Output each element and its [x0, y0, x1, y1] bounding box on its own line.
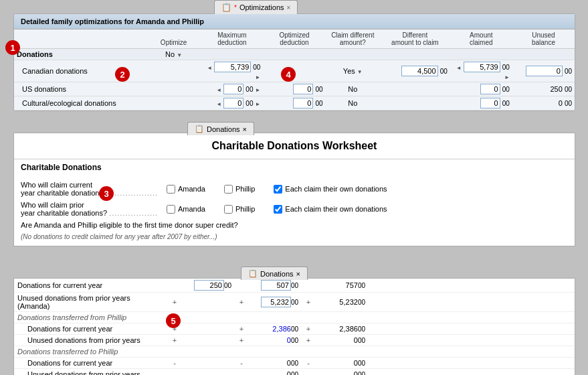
canadian-claim-diff-cell[interactable]: Yes ▼: [326, 60, 380, 82]
phillip-unused-col2-cents: 00: [291, 337, 298, 344]
op2-to-phillip-unused: [235, 369, 248, 376]
table-row: Cultural/ecological donations ◄ 00 ► 00 …: [14, 96, 575, 110]
donations-optimize-cell[interactable]: No ▼: [146, 49, 201, 60]
canadian-diff-input[interactable]: [401, 66, 438, 76]
donations-claim-cell: [326, 49, 380, 60]
cur-year-col1-cents: 00: [224, 282, 231, 289]
row-label-donations: Donations: [14, 49, 146, 60]
badge-2: 2: [115, 67, 130, 82]
unused-amanda-col2-input[interactable]: [261, 297, 291, 307]
canadian-claim-arrow[interactable]: ▼: [357, 69, 363, 75]
canadian-claimed-arrow-left[interactable]: ◄: [456, 65, 462, 71]
canadian-max-input[interactable]: [214, 62, 251, 72]
optimizations-tab-close[interactable]: ×: [287, 4, 291, 11]
amanda-checkbox-1[interactable]: [167, 185, 175, 194]
canadian-amount-claimed-cell[interactable]: ◄ 00 ►: [450, 60, 512, 82]
optimize-dropdown-arrow[interactable]: ▼: [177, 52, 182, 58]
donations-tab-label-1: Donations: [207, 125, 240, 133]
canadian-max-arrow-right[interactable]: ►: [256, 74, 261, 80]
q3-note: (No donations to credit claimed for any …: [21, 233, 217, 240]
phillip-cur-col3-cents: 00: [358, 325, 365, 333]
cultural-claimed-input[interactable]: [480, 98, 500, 108]
us-max-arrow-left[interactable]: ◄: [216, 87, 221, 93]
section-to-phillip: Donations transferred to Phillip: [14, 346, 168, 358]
cultural-max-arrow-right[interactable]: ►: [256, 101, 261, 107]
table-row: Donations for current year + + 2,38600 +…: [14, 323, 575, 335]
each-own-checkbox-2[interactable]: [274, 205, 282, 214]
us-amount-claimed-cell[interactable]: 00: [450, 82, 512, 96]
col2-phillip-cur: 2,38600: [248, 323, 302, 335]
us-max-arrow-right[interactable]: ►: [256, 87, 261, 93]
donations-tab-bar-2: 📋 Donations ×: [241, 267, 308, 280]
tab-star: *: [234, 4, 237, 11]
cur-year-extra: [369, 279, 575, 293]
amanda-checkbox-group-2: Amanda: [167, 205, 205, 214]
canadian-claimed-input[interactable]: [464, 62, 500, 72]
each-own-label-2: Each claim their own donations: [285, 205, 387, 213]
op1-phillip-unused: +: [168, 335, 181, 346]
cur-year-col1-input[interactable]: [194, 280, 224, 291]
q3-label: Are Amanda and Phillip eligible to the f…: [21, 221, 238, 229]
us-max-cell[interactable]: ◄ 00 ►: [201, 82, 263, 96]
canadian-max-arrow-left[interactable]: ◄: [207, 65, 212, 71]
q2-label: Who will claim prioryear charitable dona…: [21, 201, 161, 217]
canadian-diff-cents: 00: [440, 68, 448, 75]
cultural-opt-cell[interactable]: 00: [263, 96, 325, 110]
col-header-label: [14, 29, 146, 49]
badge-1: 1: [5, 40, 20, 55]
optimizations-tab-bar: 📋 * Optimizations ×: [214, 0, 298, 14]
canadian-diff-amount-cell[interactable]: 00: [380, 60, 450, 82]
to-phillip-unused-col2-cents: 00: [291, 371, 298, 375]
canadian-optimize-cell: [146, 60, 201, 82]
canadian-max-cell[interactable]: ◄ 00 ►: [201, 60, 263, 82]
optimizations-tab[interactable]: 📋 * Optimizations ×: [214, 0, 298, 14]
us-opt-cell[interactable]: 00: [263, 82, 325, 96]
col-header-amount-claimed: Amountclaimed: [450, 29, 512, 49]
row-label-unused-amanda: Unused donations from prior years (Amand…: [14, 293, 168, 312]
bottom-panel: Donations for current year 00 00 75700 U…: [13, 278, 575, 375]
col1-cur-year[interactable]: 00: [181, 279, 235, 293]
cultural-unused-cell: 0 00: [512, 96, 575, 110]
section-to-phillip-rest: [168, 346, 575, 358]
row-label-phillip-unused: Unused donations from prior years: [14, 335, 168, 346]
amanda-checkbox-2[interactable]: [167, 205, 175, 214]
cultural-max-arrow-left[interactable]: ◄: [216, 101, 221, 107]
cur-year-col2-input[interactable]: [261, 280, 291, 291]
us-max-input[interactable]: [223, 84, 243, 94]
donations-tab-2[interactable]: 📋 Donations ×: [241, 267, 308, 280]
col1-to-phillip-cur: [181, 358, 235, 369]
canadian-claimed-arrow-right[interactable]: ►: [504, 74, 510, 80]
us-claim-diff-value: No: [348, 85, 357, 93]
donations-tab-close-1[interactable]: ×: [243, 125, 247, 133]
us-claimed-cents: 00: [502, 86, 510, 93]
op1-to-phillip-unused: [168, 369, 181, 376]
col2-to-phillip-cur: 000: [248, 358, 302, 369]
cultural-max-input[interactable]: [223, 98, 243, 108]
worksheet-panel: Charitable Donations Worksheet Charitabl…: [13, 133, 575, 246]
table-row: US donations ◄ 00 ► 00 No: [14, 82, 575, 96]
us-claimed-input[interactable]: [480, 84, 500, 94]
canadian-claim-diff-value: Yes: [343, 67, 355, 75]
phillip-cur-col3-value: 2,386: [339, 325, 358, 333]
op3-phillip-unused: +: [302, 335, 315, 346]
phillip-checkbox-1[interactable]: [224, 185, 233, 194]
each-own-checkbox-1[interactable]: [274, 185, 282, 194]
op2-1: [235, 279, 248, 293]
col2-cur-year[interactable]: 00: [248, 279, 302, 293]
cultural-unused-cents: 00: [565, 100, 572, 107]
cultural-amount-claimed-cell[interactable]: 00: [450, 96, 512, 110]
donations-tab-1[interactable]: 📋 Donations ×: [187, 122, 254, 135]
col2-unused-amanda[interactable]: 00: [248, 293, 302, 312]
us-opt-input[interactable]: [293, 84, 313, 94]
canadian-unused-input[interactable]: [526, 66, 563, 76]
phillip-checkbox-2[interactable]: [224, 205, 233, 214]
cultural-max-cell[interactable]: ◄ 00 ►: [201, 96, 263, 110]
panel-title: Detailed family optimizations for Amanda…: [14, 14, 575, 29]
cultural-opt-input[interactable]: [293, 98, 313, 108]
op2-to-phillip-cur: -: [235, 358, 248, 369]
phillip-unused-extra: [369, 335, 575, 346]
amanda-label-1: Amanda: [178, 185, 205, 193]
donations-tab-close-2[interactable]: ×: [296, 270, 300, 278]
donations-diff-cell: [380, 49, 450, 60]
op1-1: [168, 279, 181, 293]
